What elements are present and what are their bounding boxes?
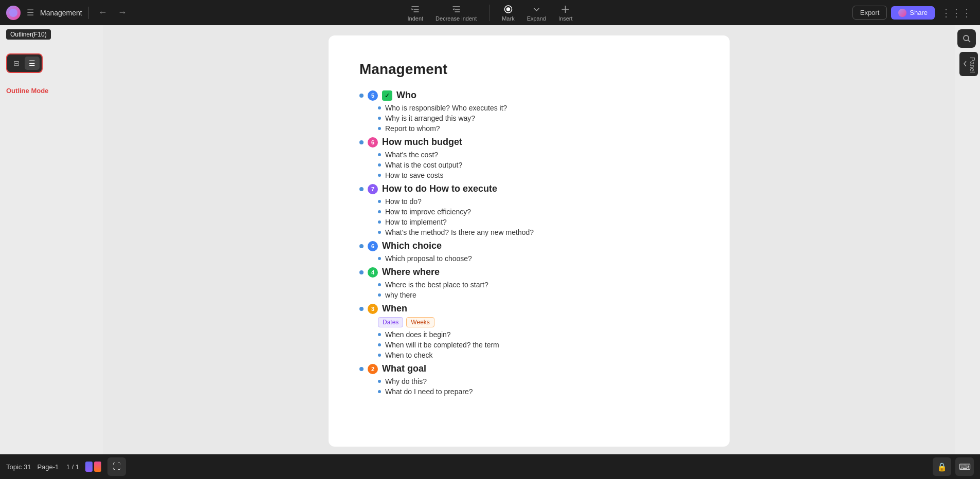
- toolbar-insert[interactable]: Insert: [558, 4, 573, 22]
- list-item: Who is responsible? Who executes it?: [378, 104, 699, 112]
- topbar-right: Export Share ⋮⋮⋮: [852, 5, 974, 21]
- mark-label: Mark: [502, 15, 514, 22]
- sub-bullet: [378, 354, 381, 357]
- sub-text: How to do?: [385, 197, 422, 206]
- heading-text-which-choice: Which choice: [382, 241, 442, 251]
- lock-button[interactable]: 🔒: [933, 457, 951, 476]
- content-area[interactable]: Management 5 ✓ Who Who is responsible? W…: [103, 25, 955, 454]
- list-item: Report to whom?: [378, 124, 699, 133]
- bottom-topic: Topic 31: [6, 463, 31, 471]
- list-item: Where is the best place to start?: [378, 281, 699, 289]
- list-item: How to improve efficiency?: [378, 208, 699, 216]
- sub-bullet: [378, 283, 381, 286]
- grid-button[interactable]: ⋮⋮⋮: [939, 5, 974, 21]
- list-item: When will it be completed? the term: [378, 341, 699, 349]
- bullet-which-choice: [359, 244, 364, 248]
- panel-label: Panel: [969, 57, 976, 73]
- badge-how-to-do: 7: [368, 184, 378, 194]
- toolbar-decrease-indent[interactable]: Decrease indent: [435, 4, 477, 22]
- search-button[interactable]: [957, 29, 976, 48]
- toolbar-indent[interactable]: Indent: [408, 4, 424, 22]
- toolbar-center: Indent Decrease indent Mark Expand: [408, 4, 573, 22]
- heading-budget: 6 How much budget: [359, 137, 699, 148]
- list-item: Which proposal to choose?: [378, 254, 699, 263]
- sub-bullet: [378, 257, 381, 260]
- sub-bullet: [378, 231, 381, 234]
- list-item: How to save costs: [378, 171, 699, 179]
- sub-text: Who is responsible? Who executes it?: [385, 104, 507, 112]
- svg-line-12: [968, 40, 970, 42]
- sub-bullet: [378, 380, 381, 383]
- sub-items-who: Who is responsible? Who executes it? Why…: [378, 104, 699, 133]
- heading-text-how-to-do: How to do How to execute: [382, 183, 497, 194]
- heading-who: 5 ✓ Who: [359, 90, 699, 101]
- bottom-page: Page-1 1 / 1: [37, 463, 79, 471]
- sub-bullet: [378, 333, 381, 336]
- bottom-right-buttons: 🔒 ⌨: [933, 457, 974, 476]
- list-item: What's the method? Is there any new meth…: [378, 228, 699, 236]
- sub-bullet: [378, 293, 381, 297]
- badge-what-goal: 2: [368, 364, 378, 374]
- share-button[interactable]: Share: [891, 6, 935, 20]
- share-logo-icon: [898, 9, 906, 17]
- heading-text-where: Where where: [382, 267, 440, 278]
- document-title: Management: [359, 61, 699, 78]
- export-button[interactable]: Export: [852, 6, 887, 20]
- toolbar-mark[interactable]: Mark: [502, 4, 514, 22]
- logo-bar-2: [94, 462, 101, 472]
- list-item: What do I need to prepare?: [378, 388, 699, 396]
- svg-point-0: [9, 9, 17, 17]
- list-item: Why do this?: [378, 377, 699, 385]
- list-item: When to check: [378, 351, 699, 359]
- keyboard-button[interactable]: ⌨: [955, 457, 974, 476]
- heading-which-choice: 6 Which choice: [359, 241, 699, 251]
- list-item: What is the cost output?: [378, 161, 699, 169]
- sub-bullet: [378, 390, 381, 393]
- main-area: Outliner(F10) ⊟ ☰ Outline Mode Managemen…: [0, 25, 980, 454]
- sub-items-when: When does it begin? When will it be comp…: [378, 330, 699, 359]
- view-list-button[interactable]: ☰: [25, 57, 40, 70]
- fullscreen-button[interactable]: ⛶: [107, 457, 126, 476]
- badge-where: 4: [368, 267, 378, 278]
- heading-text-budget: How much budget: [382, 137, 462, 148]
- sub-text: Which proposal to choose?: [385, 254, 472, 263]
- sub-text: What's the cost?: [385, 151, 438, 159]
- sub-items-which-choice: Which proposal to choose?: [378, 254, 699, 263]
- panel-toggle[interactable]: Panel: [959, 52, 978, 76]
- view-card-button[interactable]: ⊟: [9, 57, 24, 70]
- section-who: 5 ✓ Who Who is responsible? Who executes…: [359, 90, 699, 133]
- sub-text: When will it be completed? the term: [385, 341, 499, 349]
- sub-text: Why is it arranged this way?: [385, 114, 475, 122]
- bottom-bar: Topic 31 Page-1 1 / 1 ⛶ 🔒 ⌨: [0, 454, 980, 479]
- outline-mode-label: Outline Mode: [6, 87, 48, 95]
- heading-text-who: Who: [396, 90, 416, 101]
- insert-label: Insert: [558, 15, 573, 22]
- sub-text: What is the cost output?: [385, 161, 462, 169]
- section-where: 4 Where where Where is the best place to…: [359, 267, 699, 299]
- document: Management 5 ✓ Who Who is responsible? W…: [329, 35, 730, 447]
- sub-bullet: [378, 163, 381, 167]
- tag-dates[interactable]: Dates: [378, 317, 403, 327]
- sub-bullet: [378, 174, 381, 177]
- svg-point-11: [964, 35, 969, 41]
- tag-weeks[interactable]: Weeks: [406, 317, 434, 327]
- right-side: Panel: [955, 25, 980, 454]
- list-item: How to implement?: [378, 218, 699, 226]
- toolbar-expand[interactable]: Expand: [527, 4, 546, 22]
- sub-bullet: [378, 200, 381, 203]
- menu-button[interactable]: ☰: [25, 6, 36, 20]
- sub-items-budget: What's the cost? What is the cost output…: [378, 151, 699, 179]
- list-item: Why is it arranged this way?: [378, 114, 699, 122]
- expand-label: Expand: [527, 15, 546, 22]
- sub-text: How to implement?: [385, 218, 447, 226]
- share-label: Share: [910, 9, 928, 16]
- sub-items-how-to-do: How to do? How to improve efficiency? Ho…: [378, 197, 699, 236]
- back-button[interactable]: ←: [95, 5, 111, 20]
- section-what-goal: 2 What goal Why do this? What do I need …: [359, 363, 699, 396]
- bullet-how-to-do: [359, 187, 364, 191]
- badge-who-num: 5: [368, 90, 378, 101]
- sub-text: When does it begin?: [385, 330, 451, 339]
- forward-button[interactable]: →: [115, 5, 130, 20]
- list-item: How to do?: [378, 197, 699, 206]
- sub-items-where: Where is the best place to start? why th…: [378, 281, 699, 299]
